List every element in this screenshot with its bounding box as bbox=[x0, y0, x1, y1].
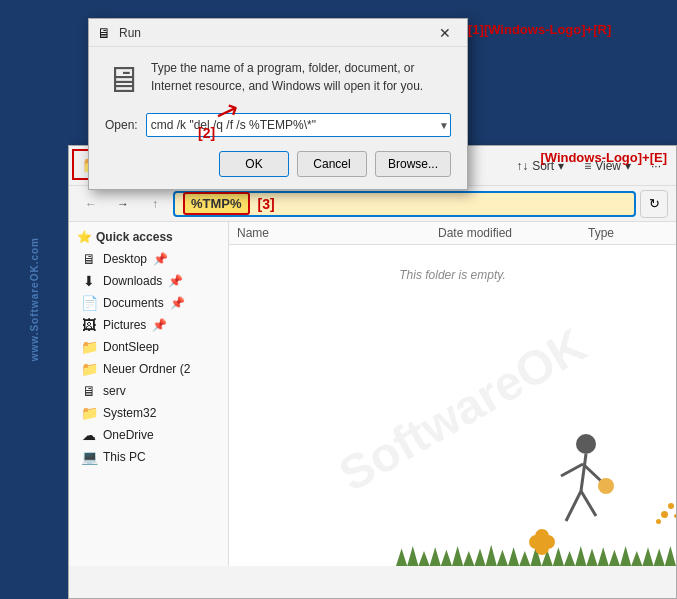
left-sidebar: www.SoftwareOK.com bbox=[0, 0, 68, 599]
svg-point-0 bbox=[576, 434, 596, 454]
win-e-annotation: [Windows-Logo]+[E] bbox=[540, 150, 667, 165]
downloads-label: Downloads bbox=[103, 274, 162, 288]
dontsleep-label: DontSleep bbox=[103, 340, 159, 354]
run-cancel-button[interactable]: Cancel bbox=[297, 151, 367, 177]
this-pc-icon: 💻 bbox=[81, 449, 97, 465]
column-header-name: Name bbox=[237, 226, 438, 240]
empty-folder-message: This folder is empty. bbox=[229, 245, 676, 305]
sidebar-item-onedrive[interactable]: ☁ OneDrive bbox=[69, 424, 228, 446]
run-dialog-title: Run bbox=[119, 26, 431, 40]
serv-label: serv bbox=[103, 384, 126, 398]
run-dialog: 🖥 Run ✕ 🖥 Type the name of a program, fo… bbox=[88, 18, 468, 190]
decorative-area bbox=[396, 366, 676, 566]
this-pc-label: This PC bbox=[103, 450, 146, 464]
svg-point-4 bbox=[598, 478, 614, 494]
address-tmp-value: %TMP% bbox=[183, 192, 250, 215]
desktop-pin-icon: 📌 bbox=[153, 252, 168, 266]
sort-icon: ↑↓ bbox=[516, 159, 528, 173]
desktop-icon: 🖥 bbox=[81, 251, 97, 267]
downloads-icon: ⬇ bbox=[81, 273, 97, 289]
run-open-label: Open: bbox=[105, 118, 138, 132]
run-close-button[interactable]: ✕ bbox=[431, 22, 459, 44]
svg-line-2 bbox=[561, 464, 583, 476]
explorer-window: ＋ New ▾ ✂ ⧉ 📋 ✏ ↑ ↑↓ So bbox=[68, 145, 677, 599]
column-header-date: Date modified bbox=[438, 226, 588, 240]
sidebar-item-documents[interactable]: 📄 Documents 📌 bbox=[69, 292, 228, 314]
file-area: Name Date modified Type This folder is e… bbox=[229, 222, 676, 566]
quick-access-label: Quick access bbox=[96, 230, 173, 244]
serv-icon: 🖥 bbox=[81, 383, 97, 399]
neuer-ordner-label: Neuer Ordner (2 bbox=[103, 362, 190, 376]
pictures-icon: 🖼 bbox=[81, 317, 97, 333]
documents-label: Documents bbox=[103, 296, 164, 310]
sidebar-item-dontsleep[interactable]: 📁 DontSleep bbox=[69, 336, 228, 358]
downloads-pin-icon: 📌 bbox=[168, 274, 183, 288]
explorer-content: ⭐ Quick access 🖥 Desktop 📌 ⬇ Downloads 📌… bbox=[69, 222, 676, 566]
annotation-label-1: [1][Windows-Logo]+[R] bbox=[468, 22, 611, 37]
column-header-type: Type bbox=[588, 226, 668, 240]
watermark-text: www.SoftwareOK.com bbox=[29, 237, 40, 361]
system32-icon: 📁 bbox=[81, 405, 97, 421]
run-browse-button[interactable]: Browse... bbox=[375, 151, 451, 177]
neuer-ordner-icon: 📁 bbox=[81, 361, 97, 377]
sidebar-item-system32[interactable]: 📁 System32 bbox=[69, 402, 228, 424]
annotation-label-3: [3] bbox=[258, 196, 275, 212]
desktop-label: Desktop bbox=[103, 252, 147, 266]
address-box[interactable]: %TMP% [3] bbox=[173, 191, 636, 217]
explorer-sidebar-panel: ⭐ Quick access 🖥 Desktop 📌 ⬇ Downloads 📌… bbox=[69, 222, 229, 566]
nav-up-button[interactable]: ↑ bbox=[141, 190, 169, 218]
run-description-text: Type the name of a program, folder, docu… bbox=[151, 59, 451, 101]
stick-figure-svg bbox=[536, 426, 616, 546]
run-dialog-icon: 🖥 bbox=[97, 25, 113, 41]
svg-line-5 bbox=[566, 491, 581, 521]
address-bar-area: ← → ↑ %TMP% [3] ↻ bbox=[69, 186, 676, 222]
sidebar-item-neuer-ordner[interactable]: 📁 Neuer Ordner (2 bbox=[69, 358, 228, 380]
annotation-label-2: [2] bbox=[198, 125, 215, 141]
run-description-area: 🖥 Type the name of a program, folder, do… bbox=[105, 59, 451, 101]
sidebar-item-serv[interactable]: 🖥 serv bbox=[69, 380, 228, 402]
documents-icon: 📄 bbox=[81, 295, 97, 311]
sidebar-item-this-pc[interactable]: 💻 This PC bbox=[69, 446, 228, 468]
sidebar-section-quick-access[interactable]: ⭐ Quick access bbox=[69, 226, 228, 248]
run-title-bar: 🖥 Run ✕ bbox=[89, 19, 467, 47]
onedrive-label: OneDrive bbox=[103, 428, 154, 442]
run-command-input[interactable] bbox=[146, 113, 451, 137]
nav-back-button[interactable]: ← bbox=[77, 190, 105, 218]
system32-label: System32 bbox=[103, 406, 156, 420]
run-open-row: Open: ▼ bbox=[105, 113, 451, 137]
nav-forward-button[interactable]: → bbox=[109, 190, 137, 218]
run-input-wrapper: ▼ bbox=[146, 113, 451, 137]
sidebar-item-pictures[interactable]: 🖼 Pictures 📌 bbox=[69, 314, 228, 336]
run-buttons: OK Cancel Browse... bbox=[105, 151, 451, 177]
refresh-button[interactable]: ↻ bbox=[640, 190, 668, 218]
run-big-icon: 🖥 bbox=[105, 59, 141, 101]
onedrive-icon: ☁ bbox=[81, 427, 97, 443]
svg-line-1 bbox=[581, 454, 586, 491]
dontsleep-icon: 📁 bbox=[81, 339, 97, 355]
pictures-pin-icon: 📌 bbox=[152, 318, 167, 332]
pictures-label: Pictures bbox=[103, 318, 146, 332]
main-area: [1][Windows-Logo]+[R] 🖥 Run ✕ 🖥 Type the… bbox=[68, 0, 677, 599]
documents-pin-icon: 📌 bbox=[170, 296, 185, 310]
svg-line-6 bbox=[581, 491, 596, 516]
file-column-headers: Name Date modified Type bbox=[229, 222, 676, 245]
sidebar-item-desktop[interactable]: 🖥 Desktop 📌 bbox=[69, 248, 228, 270]
run-ok-button[interactable]: OK bbox=[219, 151, 289, 177]
svg-line-3 bbox=[583, 464, 601, 481]
quick-access-icon: ⭐ bbox=[77, 230, 92, 244]
sidebar-item-downloads[interactable]: ⬇ Downloads 📌 bbox=[69, 270, 228, 292]
run-dialog-body: 🖥 Type the name of a program, folder, do… bbox=[89, 47, 467, 189]
flower-1 bbox=[538, 538, 546, 546]
